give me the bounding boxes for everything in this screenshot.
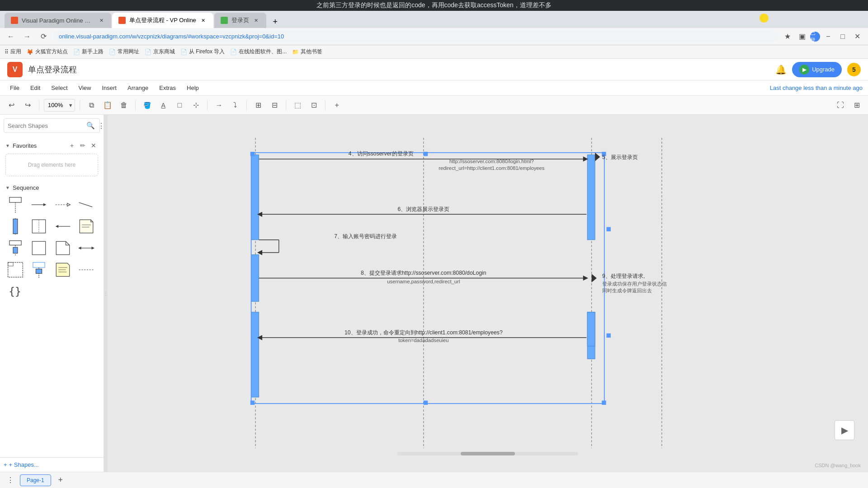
menu-view[interactable]: View: [74, 83, 96, 93]
menu-edit[interactable]: Edit: [26, 83, 45, 93]
svg-line-6: [79, 202, 92, 207]
favorites-label: Favorites: [13, 142, 37, 149]
bookmark-firefox[interactable]: 🦊 火狐官方站点: [27, 48, 68, 56]
search-input[interactable]: [8, 122, 84, 129]
connector-button[interactable]: →: [212, 99, 226, 112]
minimize-button[interactable]: −: [822, 30, 835, 43]
add-shapes-button[interactable]: + + Shapes...: [4, 461, 39, 468]
menu-extras[interactable]: Extras: [155, 83, 180, 93]
shape-note[interactable]: [76, 216, 96, 236]
redo-button[interactable]: ↪: [21, 99, 34, 112]
menu-help[interactable]: Help: [182, 83, 203, 93]
mini-map-toggle[interactable]: ▶: [835, 420, 854, 440]
notification-icon[interactable]: 🔔: [775, 64, 787, 75]
watermark: CSDN @wang_book: [815, 463, 861, 468]
shape-json[interactable]: {}: [5, 282, 25, 301]
menu-arrange[interactable]: Arrange: [123, 83, 153, 93]
toolbar-sep-3: [135, 100, 136, 110]
align-button[interactable]: ⊟: [268, 99, 281, 112]
bookmark-button[interactable]: ★: [781, 30, 794, 43]
tab-vp-diagram[interactable]: Visual Paradigm Online Diagr... ✕: [5, 13, 111, 28]
favorites-remove-button[interactable]: ✕: [89, 141, 98, 150]
bookmark-newuser[interactable]: 📄 新手上路: [73, 48, 104, 56]
bookmark-jd[interactable]: 📄 京东商城: [145, 48, 175, 56]
tab-close-vp[interactable]: ✕: [98, 17, 105, 24]
shape-double-arrow[interactable]: [76, 238, 96, 258]
bookmark-import[interactable]: 📄 从 Firefox 导入: [180, 48, 225, 56]
tab-close-login[interactable]: ✕: [253, 17, 260, 24]
shape-boundary[interactable]: [29, 216, 49, 236]
account-button[interactable]: 已登: [810, 32, 820, 42]
zoom-value[interactable]: 100%: [44, 102, 66, 108]
waypoint2-button[interactable]: ⊡: [307, 99, 321, 112]
menu-file[interactable]: File: [5, 83, 24, 93]
add-page-button[interactable]: +: [55, 474, 66, 486]
canvas-area[interactable]: 4、访问ssoserver的登录页 http://ssoserver.com:8…: [108, 115, 868, 472]
bookmark-other[interactable]: 📁 其他书签: [292, 48, 322, 56]
menu-insert[interactable]: Insert: [97, 83, 121, 93]
shape-dashed-box[interactable]: [76, 260, 96, 280]
shape-actor-combo2[interactable]: [29, 260, 49, 280]
svg-marker-24: [78, 247, 81, 250]
bookmark-drawing[interactable]: 📄 在线绘图软件、图...: [230, 48, 287, 56]
fill-color-button[interactable]: 🪣: [140, 99, 154, 112]
shape-return-arrow[interactable]: [53, 216, 73, 236]
tab-login[interactable]: 登录页 ✕: [214, 13, 266, 28]
page-tabs: ⋮ Page-1 +: [0, 472, 868, 488]
group-button[interactable]: ⊞: [251, 99, 265, 112]
new-tab-button[interactable]: +: [269, 15, 282, 28]
fullscreen-button[interactable]: ⛶: [834, 99, 847, 112]
shape-button[interactable]: □: [173, 99, 186, 112]
back-button[interactable]: ←: [5, 30, 17, 43]
page-tab-1[interactable]: Page-1: [20, 474, 51, 486]
shape-document[interactable]: [53, 238, 73, 258]
shape-entity[interactable]: [29, 238, 49, 258]
sidebar-collapse-handle[interactable]: ⋮: [104, 115, 108, 472]
zoom-dropdown-arrow[interactable]: ▼: [66, 103, 75, 108]
horizontal-scrollbar-thumb[interactable]: [461, 452, 515, 455]
menu-select[interactable]: Select: [47, 83, 72, 93]
delete-button[interactable]: 🗑: [117, 99, 131, 112]
shape-notes[interactable]: [53, 260, 73, 280]
undo-button[interactable]: ↩: [5, 99, 18, 112]
svg-marker-70: [583, 276, 588, 281]
sidebar-footer[interactable]: + + Shapes...: [0, 457, 104, 472]
zoom-control[interactable]: 100% ▼: [44, 99, 75, 112]
shape-fragment[interactable]: [5, 260, 25, 280]
shape-arrow-right[interactable]: [29, 195, 49, 215]
line-color-button[interactable]: A: [156, 99, 170, 112]
cursor-mode-button[interactable]: ⊹: [189, 99, 203, 112]
shape-lifeline[interactable]: [5, 195, 25, 215]
maximize-button[interactable]: □: [836, 30, 849, 43]
shape-arrow-dashed[interactable]: [53, 195, 73, 215]
favorites-header[interactable]: ▼ Favorites + ✏ ✕: [4, 139, 100, 152]
bookmark-common[interactable]: 📄 常用网址: [109, 48, 139, 56]
tab-sso[interactable]: 单点登录流程 - VP Online ✕: [112, 13, 213, 28]
search-icon[interactable]: 🔍: [86, 122, 95, 130]
extensions-button[interactable]: ▣: [796, 30, 808, 43]
last-change-label[interactable]: Last change less than a minute ago: [770, 84, 863, 91]
tab-close-sso[interactable]: ✕: [200, 17, 207, 24]
svg-rect-20: [13, 247, 18, 253]
reload-button[interactable]: ⟳: [37, 30, 50, 43]
shape-actor-lifeline[interactable]: [5, 238, 25, 258]
close-window-button[interactable]: ✕: [851, 30, 863, 43]
forward-button[interactable]: →: [21, 30, 33, 43]
add-shapes-plus: +: [4, 461, 7, 468]
add-button[interactable]: +: [330, 99, 344, 112]
address-bar[interactable]: online.visual-paradigm.com/w/vzcpnizk/di…: [53, 30, 778, 43]
fit-button[interactable]: ⊞: [850, 99, 863, 112]
upgrade-button[interactable]: ▶ Upgrade: [792, 62, 842, 77]
sequence-header[interactable]: ▼ Sequence: [4, 183, 100, 193]
favorites-add-button[interactable]: +: [67, 141, 76, 150]
shape-arrow-diagonal[interactable]: [76, 195, 96, 215]
page-options-button[interactable]: ⋮: [5, 474, 16, 486]
copy-button[interactable]: ⧉: [85, 99, 98, 112]
waypoint-button[interactable]: ⤵: [228, 99, 242, 112]
user-avatar[interactable]: 5: [847, 63, 861, 76]
favorites-edit-button[interactable]: ✏: [78, 141, 87, 150]
select-area-button[interactable]: ⬚: [291, 99, 304, 112]
shape-activation[interactable]: [5, 216, 25, 236]
bookmark-apps[interactable]: ⠿ 应用: [5, 48, 21, 56]
paste-button[interactable]: 📋: [101, 99, 114, 112]
